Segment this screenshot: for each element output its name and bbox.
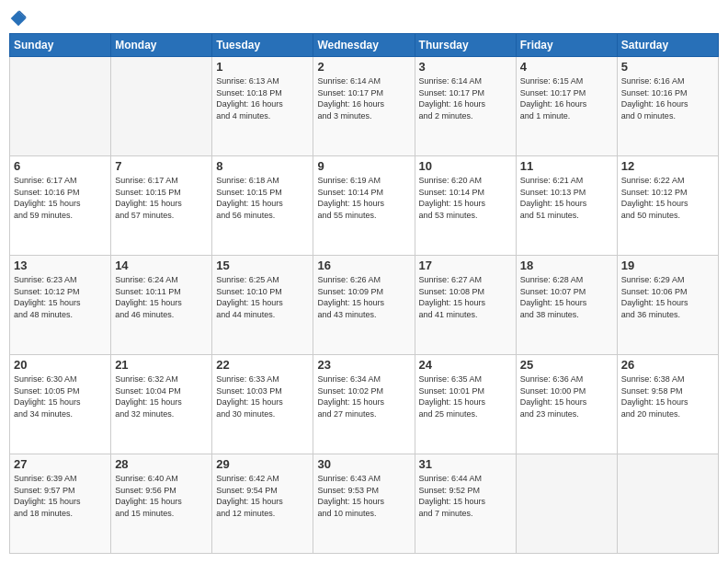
calendar-cell: 21Sunrise: 6:32 AM Sunset: 10:04 PM Dayl… [111, 355, 212, 454]
day-number: 20 [14, 358, 107, 372]
calendar-cell [516, 454, 617, 554]
day-info: Sunrise: 6:20 AM Sunset: 10:14 PM Daylig… [419, 175, 512, 221]
logo-icon [9, 9, 28, 28]
weekday-header: Sunday [10, 34, 111, 57]
calendar-cell: 25Sunrise: 6:36 AM Sunset: 10:00 PM Dayl… [516, 355, 617, 454]
day-number: 24 [419, 358, 512, 372]
weekday-header: Wednesday [313, 34, 415, 57]
calendar-cell: 16Sunrise: 6:26 AM Sunset: 10:09 PM Dayl… [313, 256, 415, 355]
page: SundayMondayTuesdayWednesdayThursdayFrid… [0, 0, 728, 563]
day-info: Sunrise: 6:42 AM Sunset: 9:54 PM Dayligh… [216, 473, 309, 519]
calendar-week-row: 20Sunrise: 6:30 AM Sunset: 10:05 PM Dayl… [10, 355, 719, 454]
day-info: Sunrise: 6:40 AM Sunset: 9:56 PM Dayligh… [115, 473, 208, 519]
calendar-cell: 15Sunrise: 6:25 AM Sunset: 10:10 PM Dayl… [212, 256, 313, 355]
day-info: Sunrise: 6:17 AM Sunset: 10:15 PM Daylig… [115, 175, 208, 221]
day-info: Sunrise: 6:44 AM Sunset: 9:52 PM Dayligh… [419, 473, 512, 519]
calendar-cell: 22Sunrise: 6:33 AM Sunset: 10:03 PM Dayl… [212, 355, 313, 454]
day-info: Sunrise: 6:34 AM Sunset: 10:02 PM Daylig… [317, 373, 410, 419]
calendar-cell [111, 57, 212, 156]
day-number: 22 [216, 358, 309, 372]
weekday-header: Saturday [617, 34, 718, 57]
calendar-cell: 14Sunrise: 6:24 AM Sunset: 10:11 PM Dayl… [111, 256, 212, 355]
calendar-cell: 29Sunrise: 6:42 AM Sunset: 9:54 PM Dayli… [212, 454, 313, 554]
day-info: Sunrise: 6:22 AM Sunset: 10:12 PM Daylig… [621, 175, 714, 221]
calendar-cell: 11Sunrise: 6:21 AM Sunset: 10:13 PM Dayl… [516, 156, 617, 256]
calendar-cell: 9Sunrise: 6:19 AM Sunset: 10:14 PM Dayli… [313, 156, 415, 256]
weekday-header: Tuesday [212, 34, 313, 57]
day-info: Sunrise: 6:19 AM Sunset: 10:14 PM Daylig… [317, 175, 410, 221]
calendar-cell: 12Sunrise: 6:22 AM Sunset: 10:12 PM Dayl… [617, 156, 718, 256]
day-info: Sunrise: 6:35 AM Sunset: 10:01 PM Daylig… [419, 373, 512, 419]
calendar-cell: 31Sunrise: 6:44 AM Sunset: 9:52 PM Dayli… [415, 454, 516, 554]
day-number: 10 [419, 159, 512, 173]
svg-marker-0 [11, 11, 27, 27]
day-info: Sunrise: 6:15 AM Sunset: 10:17 PM Daylig… [520, 75, 613, 121]
day-info: Sunrise: 6:38 AM Sunset: 9:58 PM Dayligh… [621, 373, 714, 419]
calendar-week-row: 1Sunrise: 6:13 AM Sunset: 10:18 PM Dayli… [10, 57, 719, 156]
day-info: Sunrise: 6:18 AM Sunset: 10:15 PM Daylig… [216, 175, 309, 221]
calendar-cell: 26Sunrise: 6:38 AM Sunset: 9:58 PM Dayli… [617, 355, 718, 454]
day-info: Sunrise: 6:21 AM Sunset: 10:13 PM Daylig… [520, 175, 613, 221]
day-number: 18 [520, 259, 613, 272]
day-number: 19 [621, 259, 714, 272]
day-number: 12 [621, 159, 714, 173]
day-number: 14 [115, 259, 208, 272]
day-number: 4 [520, 60, 613, 74]
day-number: 13 [14, 259, 107, 272]
day-number: 2 [317, 60, 410, 74]
calendar-week-row: 27Sunrise: 6:39 AM Sunset: 9:57 PM Dayli… [10, 454, 719, 554]
calendar-cell: 10Sunrise: 6:20 AM Sunset: 10:14 PM Dayl… [415, 156, 516, 256]
day-number: 16 [317, 259, 410, 272]
calendar-cell: 20Sunrise: 6:30 AM Sunset: 10:05 PM Dayl… [10, 355, 111, 454]
day-info: Sunrise: 6:39 AM Sunset: 9:57 PM Dayligh… [14, 473, 107, 519]
calendar-week-row: 6Sunrise: 6:17 AM Sunset: 10:16 PM Dayli… [10, 156, 719, 256]
day-info: Sunrise: 6:13 AM Sunset: 10:18 PM Daylig… [216, 75, 309, 121]
day-info: Sunrise: 6:36 AM Sunset: 10:00 PM Daylig… [520, 373, 613, 419]
weekday-header: Friday [516, 34, 617, 57]
calendar-cell: 4Sunrise: 6:15 AM Sunset: 10:17 PM Dayli… [516, 57, 617, 156]
calendar-cell: 19Sunrise: 6:29 AM Sunset: 10:06 PM Dayl… [617, 256, 718, 355]
day-number: 26 [621, 358, 714, 372]
weekday-header: Monday [111, 34, 212, 57]
calendar-body: 1Sunrise: 6:13 AM Sunset: 10:18 PM Dayli… [10, 57, 719, 554]
day-info: Sunrise: 6:16 AM Sunset: 10:16 PM Daylig… [621, 75, 714, 121]
calendar-cell: 7Sunrise: 6:17 AM Sunset: 10:15 PM Dayli… [111, 156, 212, 256]
day-number: 9 [317, 159, 410, 173]
calendar: SundayMondayTuesdayWednesdayThursdayFrid… [9, 33, 719, 554]
day-number: 30 [317, 457, 410, 471]
calendar-cell: 18Sunrise: 6:28 AM Sunset: 10:07 PM Dayl… [516, 256, 617, 355]
day-info: Sunrise: 6:28 AM Sunset: 10:07 PM Daylig… [520, 274, 613, 320]
day-number: 7 [115, 159, 208, 173]
day-info: Sunrise: 6:32 AM Sunset: 10:04 PM Daylig… [115, 373, 208, 419]
calendar-cell: 30Sunrise: 6:43 AM Sunset: 9:53 PM Dayli… [313, 454, 415, 554]
calendar-cell: 27Sunrise: 6:39 AM Sunset: 9:57 PM Dayli… [10, 454, 111, 554]
day-info: Sunrise: 6:29 AM Sunset: 10:06 PM Daylig… [621, 274, 714, 320]
day-number: 3 [419, 60, 512, 74]
day-info: Sunrise: 6:23 AM Sunset: 10:12 PM Daylig… [14, 274, 107, 320]
calendar-cell [10, 57, 111, 156]
day-number: 15 [216, 259, 309, 272]
day-number: 27 [14, 457, 107, 471]
calendar-cell: 24Sunrise: 6:35 AM Sunset: 10:01 PM Dayl… [415, 355, 516, 454]
day-number: 17 [419, 259, 512, 272]
calendar-cell: 17Sunrise: 6:27 AM Sunset: 10:08 PM Dayl… [415, 256, 516, 355]
day-info: Sunrise: 6:24 AM Sunset: 10:11 PM Daylig… [115, 274, 208, 320]
calendar-cell [617, 454, 718, 554]
day-number: 25 [520, 358, 613, 372]
day-info: Sunrise: 6:25 AM Sunset: 10:10 PM Daylig… [216, 274, 309, 320]
day-number: 31 [419, 457, 512, 471]
day-info: Sunrise: 6:14 AM Sunset: 10:17 PM Daylig… [419, 75, 512, 121]
calendar-cell: 2Sunrise: 6:14 AM Sunset: 10:17 PM Dayli… [313, 57, 415, 156]
day-number: 21 [115, 358, 208, 372]
day-info: Sunrise: 6:27 AM Sunset: 10:08 PM Daylig… [419, 274, 512, 320]
calendar-cell: 1Sunrise: 6:13 AM Sunset: 10:18 PM Dayli… [212, 57, 313, 156]
day-info: Sunrise: 6:14 AM Sunset: 10:17 PM Daylig… [317, 75, 410, 121]
day-number: 6 [14, 159, 107, 173]
weekday-header: Thursday [415, 34, 516, 57]
day-number: 11 [520, 159, 613, 173]
logo [9, 9, 29, 28]
day-info: Sunrise: 6:30 AM Sunset: 10:05 PM Daylig… [14, 373, 107, 419]
weekday-row: SundayMondayTuesdayWednesdayThursdayFrid… [10, 34, 719, 57]
calendar-cell: 23Sunrise: 6:34 AM Sunset: 10:02 PM Dayl… [313, 355, 415, 454]
day-number: 1 [216, 60, 309, 74]
